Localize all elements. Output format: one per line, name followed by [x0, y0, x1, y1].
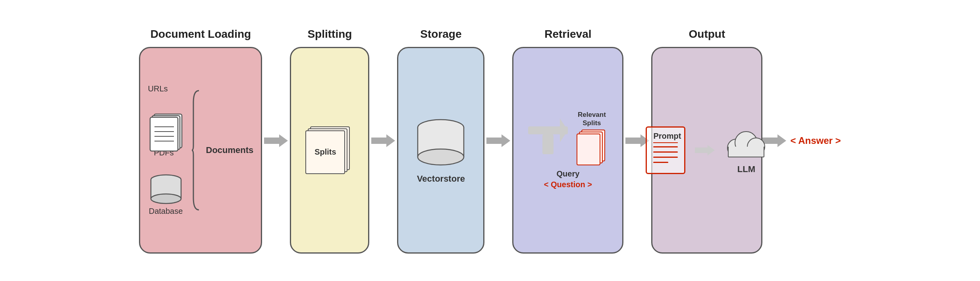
doc-items: URLs	[148, 84, 184, 216]
svg-marker-22	[560, 118, 568, 142]
prompt-line-3	[653, 157, 678, 158]
prompt-line-1	[653, 146, 678, 147]
pdfs-group: PDFs	[148, 111, 180, 157]
llm-label: LLM	[737, 164, 755, 174]
arrow-3	[484, 133, 512, 149]
urls-group: URLs	[148, 84, 168, 95]
final-arrow-group: < Answer >	[762, 133, 841, 149]
box-output: Prompt	[651, 47, 762, 254]
svg-marker-24	[695, 145, 715, 155]
stage-splitting: Splitting Splits	[290, 28, 369, 254]
svg-point-11	[151, 194, 181, 203]
retrieval-inner: RelevantSplits Query < Question >	[521, 56, 614, 244]
svg-rect-2	[150, 117, 178, 151]
pdf-icon	[148, 111, 180, 147]
stage-doc-loading: Document Loading URLs	[139, 28, 262, 254]
svg-rect-21	[542, 134, 554, 154]
question-label: < Question >	[544, 180, 592, 189]
stage-title-doc-loading: Document Loading	[150, 28, 251, 41]
prompt-group: Prompt	[646, 126, 685, 174]
database-label: Database	[149, 207, 183, 216]
llm-group: LLM	[724, 126, 768, 174]
splits-label: Splits	[314, 147, 336, 157]
box-retrieval: RelevantSplits Query < Question >	[512, 47, 623, 254]
rel-page-front	[577, 134, 600, 165]
retrieval-top: RelevantSplits	[528, 111, 608, 165]
box-doc-loading: URLs	[139, 47, 262, 254]
brace-icon	[191, 87, 203, 214]
answer-label: < Answer >	[790, 135, 841, 146]
llm-cloud-icon	[724, 126, 768, 162]
database-icon	[148, 173, 184, 205]
arrow-icon-2	[371, 133, 395, 149]
svg-marker-13	[371, 134, 395, 147]
vectorstore-icon	[413, 116, 469, 168]
prompt-box: Prompt	[646, 126, 685, 174]
svg-rect-28	[728, 147, 764, 157]
stage-title-retrieval: Retrieval	[544, 28, 591, 41]
stage-output: Output Prompt	[651, 28, 762, 254]
documents-label: Documents	[206, 145, 254, 155]
splits-stack: Splits	[304, 126, 355, 174]
retrieval-bottom: Query < Question >	[544, 169, 592, 189]
splits-page-front: Splits	[305, 130, 345, 174]
urls-label: URLs	[148, 84, 168, 93]
prompt-line-2	[653, 151, 678, 153]
svg-point-18	[418, 149, 464, 165]
arrow-2	[369, 133, 397, 149]
relevant-splits-icon	[576, 130, 608, 165]
stage-title-output: Output	[689, 28, 725, 41]
relevant-splits-group: RelevantSplits	[576, 111, 608, 165]
retrieval-arrow-icon	[528, 114, 568, 162]
svg-marker-12	[264, 134, 288, 147]
svg-marker-19	[486, 134, 510, 147]
database-group: Database	[148, 173, 184, 216]
brace-group: Documents	[191, 87, 254, 214]
doc-loading-inner: URLs	[148, 84, 253, 216]
relevant-splits-label: RelevantSplits	[578, 111, 606, 127]
box-splitting: Splits	[290, 47, 369, 254]
rag-diagram: Document Loading URLs	[0, 0, 980, 281]
prompt-line-4	[653, 162, 668, 163]
vectorstore-label: Vectorstore	[417, 174, 465, 184]
prompt-title: Prompt	[653, 132, 678, 143]
arrow-1	[262, 133, 290, 149]
stage-title-splitting: Splitting	[307, 28, 352, 41]
arrow-prompt-llm	[695, 143, 715, 157]
stage-retrieval: Retrieval RelevantSplits	[512, 28, 623, 254]
stage-title-storage: Storage	[420, 28, 461, 41]
arrow-icon-3	[486, 133, 510, 149]
arrow-icon-1	[264, 133, 288, 149]
stage-storage: Storage Vectorstore	[397, 28, 484, 254]
box-storage: Vectorstore	[397, 47, 484, 254]
output-inner: Prompt	[646, 126, 768, 174]
query-label: Query	[557, 169, 580, 178]
